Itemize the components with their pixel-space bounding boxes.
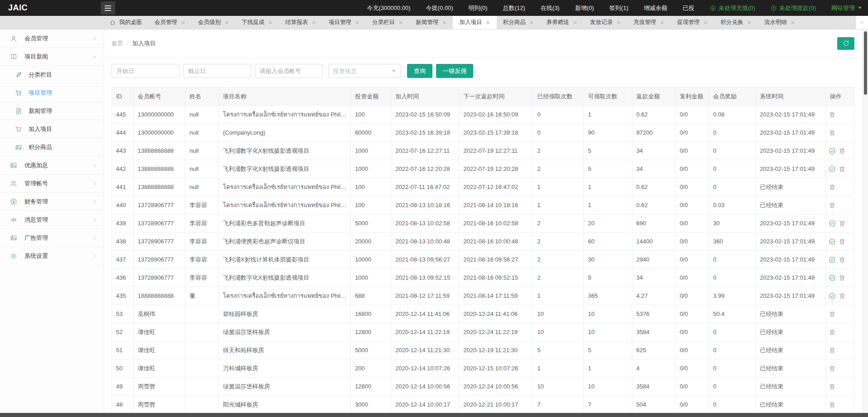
sidebar-item-4[interactable]: 新闻管理 [0, 102, 104, 120]
top-stat[interactable]: 总数(12) [503, 4, 525, 12]
sidebar-item-8[interactable]: 管理帐号 [0, 175, 104, 193]
vertical-scrollbar-thumb[interactable] [864, 31, 867, 95]
sidebar-item-10[interactable]: 消息管理 [0, 211, 104, 229]
invest-status-select[interactable]: 投资状态 [328, 64, 401, 78]
trash-icon[interactable] [829, 401, 836, 408]
sidebar-item-12[interactable]: 系统设置 [0, 247, 104, 265]
sidebar-item-9[interactable]: 财务管理 [0, 193, 104, 211]
tab-list-expand-button[interactable] [855, 16, 868, 29]
trash-icon[interactable] [829, 129, 836, 136]
tab-close-icon[interactable]: ✕ [485, 20, 490, 25]
trash-icon[interactable] [829, 329, 836, 336]
cell-reward: 50.4 [709, 305, 756, 323]
tab-close-icon[interactable]: ✕ [790, 20, 795, 25]
tab-close-icon[interactable]: ✕ [268, 20, 272, 25]
vertical-scrollbar[interactable] [863, 30, 868, 413]
breadcrumb-home[interactable]: 首页 [112, 39, 123, 48]
sidebar-item-6[interactable]: 积分商品 [0, 138, 104, 156]
confirm-icon[interactable] [829, 220, 836, 227]
trash-icon[interactable] [829, 184, 836, 191]
tab-close-icon[interactable]: ✕ [398, 20, 403, 25]
tab-close-icon[interactable]: ✕ [703, 20, 708, 25]
tab-label: 加入项目 [459, 19, 482, 26]
sidebar-item-3[interactable]: 项目管理 [0, 84, 104, 102]
pending-recharge-link[interactable]: 未处理充值(0) [710, 4, 755, 12]
confirm-icon[interactable] [829, 147, 836, 155]
tab-13[interactable]: 提现管理✕ [671, 16, 714, 29]
top-stat[interactable]: 签到(1) [609, 4, 628, 12]
sidebar-item-1[interactable]: 项目新闻 [0, 48, 104, 66]
confirm-icon[interactable] [829, 238, 836, 245]
tab-7[interactable]: 新闻管理✕ [409, 16, 453, 29]
trash-icon[interactable] [829, 111, 836, 118]
tab-close-icon[interactable]: ✕ [181, 20, 185, 25]
top-stat[interactable]: 明到(0) [469, 4, 488, 12]
trash-icon[interactable] [839, 147, 846, 155]
sidebar-item-2[interactable]: 分类栏目 [0, 66, 104, 84]
tab-1[interactable]: 会员管理✕ [148, 16, 192, 29]
trash-icon[interactable] [829, 365, 836, 372]
trash-icon[interactable] [829, 310, 836, 318]
top-stat[interactable]: 今提(0.00) [426, 4, 453, 12]
tab-11[interactable]: 发放记录✕ [584, 16, 627, 29]
horizontal-scrollbar[interactable] [0, 413, 868, 417]
tab-0[interactable]: 我的桌面 [103, 16, 148, 29]
tab-15[interactable]: 流水明细✕ [758, 16, 801, 29]
sidebar-item-7[interactable]: 优惠加息 [0, 156, 104, 175]
top-stat[interactable]: 新增(0) [575, 4, 594, 12]
tab-3[interactable]: 下线提成✕ [235, 16, 279, 29]
query-button[interactable]: 查询 [407, 64, 432, 78]
member-account-input[interactable] [255, 64, 323, 78]
tab-14[interactable]: 积分兑换✕ [714, 16, 758, 29]
tab-12[interactable]: 充值管理✕ [627, 16, 671, 29]
trash-icon[interactable] [829, 383, 836, 390]
tab-close-icon[interactable]: ✕ [355, 20, 359, 25]
pending-withdraw-link[interactable]: 未处理提款(0) [771, 4, 816, 12]
trash-icon[interactable] [829, 347, 836, 354]
top-stat[interactable]: 增减余额 [644, 4, 667, 12]
top-stat[interactable]: 已投 [683, 4, 694, 12]
trash-icon[interactable] [839, 165, 846, 173]
end-date-input[interactable] [183, 64, 251, 78]
tab-6[interactable]: 分类栏目✕ [366, 16, 409, 29]
cell-ops [825, 323, 854, 341]
tab-close-icon[interactable]: ✕ [660, 20, 664, 25]
tab-close-icon[interactable]: ✕ [529, 20, 534, 25]
confirm-icon[interactable] [829, 292, 836, 300]
cell-compound: 0/0 [675, 196, 709, 214]
trash-icon[interactable] [839, 274, 846, 281]
site-manage-menu[interactable]: 网站管理 [831, 4, 862, 12]
sidebar-item-label: 管理帐号 [24, 179, 48, 188]
confirm-icon[interactable] [829, 165, 836, 173]
cell-project: 万科城样板房 [218, 359, 350, 378]
tab-9[interactable]: 积分商品✕ [497, 16, 540, 29]
confirm-icon[interactable] [829, 274, 836, 281]
tab-close-icon[interactable]: ✕ [442, 20, 446, 25]
menu-toggle-button[interactable] [101, 1, 115, 15]
tab-10[interactable]: 券券赠送✕ [540, 16, 584, 29]
trash-icon[interactable] [839, 256, 846, 263]
tab-4[interactable]: 结算报表✕ [279, 16, 322, 29]
tab-close-icon[interactable]: ✕ [224, 20, 229, 25]
confirm-icon[interactable] [829, 256, 836, 263]
trash-icon[interactable] [839, 292, 846, 300]
cell-compound: 0/0 [675, 396, 709, 414]
tab-close-icon[interactable]: ✕ [311, 20, 316, 25]
trash-icon[interactable] [829, 202, 836, 209]
tab-5[interactable]: 项目管理✕ [322, 16, 366, 29]
sidebar-item-11[interactable]: 广告管理 [0, 229, 104, 247]
tab-close-icon[interactable]: ✕ [573, 20, 577, 25]
trash-icon[interactable] [839, 220, 846, 227]
trash-icon[interactable] [839, 238, 846, 245]
top-stat[interactable]: 在线(3) [541, 4, 560, 12]
tab-8[interactable]: 加入项目✕ [453, 16, 496, 29]
sidebar-item-0[interactable]: 会员管理 [0, 29, 104, 48]
top-stat[interactable]: 今充(300000.00) [367, 4, 410, 12]
tab-2[interactable]: 会员级别✕ [192, 16, 235, 29]
refresh-button[interactable] [837, 37, 854, 50]
tab-close-icon[interactable]: ✕ [616, 20, 621, 25]
start-date-input[interactable] [112, 64, 179, 78]
sidebar-item-5[interactable]: 加入项目 [0, 120, 104, 138]
tab-close-icon[interactable]: ✕ [747, 20, 752, 25]
one-key-rebate-button[interactable]: 一键反佣 [436, 64, 473, 78]
